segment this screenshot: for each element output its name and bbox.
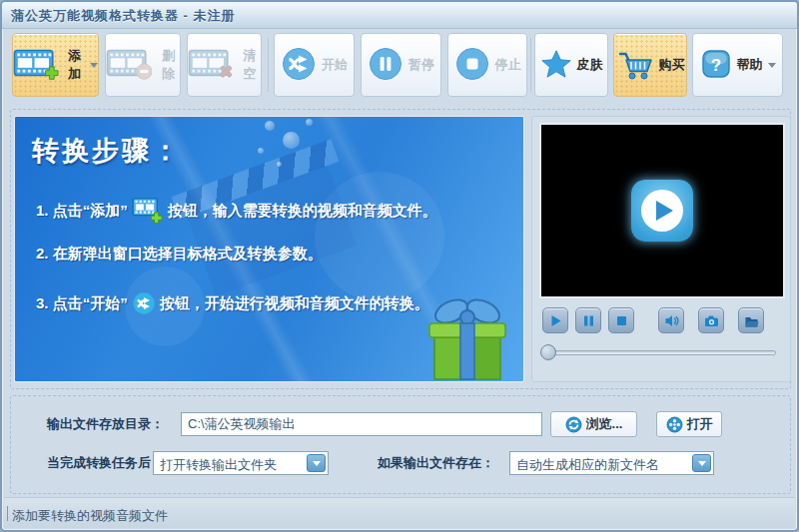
output-dir-label: 输出文件存放目录：	[47, 411, 164, 437]
pause-icon	[368, 46, 403, 85]
toolbar-separator	[268, 38, 269, 92]
after-task-label: 当完成转换任务后：	[47, 450, 164, 476]
start-button[interactable]: 开始	[274, 33, 355, 97]
stop-button-label: 停止	[495, 56, 521, 74]
pause-button[interactable]: 暂停	[361, 33, 441, 97]
if-exists-value: 自动生成相应的新文件名	[516, 456, 659, 474]
instructions-panel: 转换步骤： 1. 点击“添加” 按钮，输入需要转换的视频和音频文件。 2. 在新…	[14, 116, 524, 382]
video-preview-screen	[539, 123, 785, 298]
camera-icon	[704, 313, 719, 328]
skin-button-label: 皮肤	[577, 56, 603, 74]
pause-icon	[581, 313, 596, 328]
convert-start-icon	[132, 291, 156, 315]
preview-panel	[531, 116, 791, 382]
toolbar-separator	[530, 38, 531, 92]
bubble-decoration	[258, 148, 264, 154]
pause-button-label: 暂停	[408, 56, 434, 74]
speaker-icon	[664, 313, 679, 328]
film-reel-icon	[666, 416, 683, 433]
output-settings-group: 输出文件存放目录： 浏览... 打开 当完成转换任务后： 打开转换输出文	[10, 395, 791, 494]
add-button-label: 添加	[64, 47, 85, 83]
bubble-decoration	[306, 119, 313, 126]
chevron-down-icon	[90, 63, 98, 72]
if-exists-dropdown[interactable]: 自动生成相应的新文件名	[509, 451, 714, 475]
instruction-step-1: 1. 点击“添加” 按钮，输入需要转换的视频和音频文件。	[36, 197, 437, 225]
player-pause-button[interactable]	[575, 307, 601, 333]
chevron-down-button[interactable]	[307, 454, 326, 472]
player-snapshot-button[interactable]	[698, 307, 724, 333]
step-2-text: 2. 在新弹出窗口选择目标格式及转换参数。	[36, 245, 323, 264]
add-button[interactable]: 添加	[12, 33, 99, 97]
chevron-down-icon	[768, 63, 776, 72]
status-text: 添加要转换的视频音频文件	[12, 507, 168, 525]
svg-text:?: ?	[710, 56, 720, 75]
bubble-decoration	[283, 132, 300, 149]
start-button-label: 开始	[322, 56, 348, 74]
title-bar: 蒲公英万能视频格式转换器 - 未注册	[2, 2, 797, 29]
instructions-heading: 转换步骤：	[32, 133, 182, 169]
film-x-icon	[188, 47, 234, 84]
play-icon	[656, 201, 673, 221]
film-minus-icon	[106, 47, 152, 84]
help-button-label: 帮助	[737, 56, 763, 74]
stop-icon	[614, 313, 629, 328]
slider-knob[interactable]	[540, 344, 556, 360]
play-icon	[548, 313, 563, 328]
step-1-text: 1. 点击“添加”	[36, 202, 128, 221]
app-window: 蒲公英万能视频格式转换器 - 未注册 添加	[0, 0, 799, 532]
buy-button[interactable]: 购买	[613, 33, 687, 97]
film-plus-icon	[132, 197, 164, 225]
open-button[interactable]: 打开	[656, 411, 722, 437]
browse-button[interactable]: 浏览...	[550, 411, 637, 437]
stop-icon	[454, 46, 490, 85]
step-3-text: 按钮，开始进行视频和音频文件的转换。	[160, 294, 429, 313]
buy-button-label: 购买	[659, 56, 685, 74]
open-button-label: 打开	[687, 415, 713, 433]
browse-icon	[565, 416, 582, 433]
gift-box-graphic	[417, 293, 517, 382]
instruction-step-3: 3. 点击“开始” 按钮，开始进行视频和音频文件的转换。	[36, 291, 429, 315]
browse-button-label: 浏览...	[586, 415, 623, 433]
question-icon: ?	[700, 48, 732, 83]
glow-decoration	[315, 172, 444, 301]
status-bar: 添加要转换的视频音频文件	[4, 497, 795, 528]
player-folder-button[interactable]	[738, 307, 764, 333]
bubble-decoration	[265, 121, 275, 131]
bubble-decoration	[277, 162, 282, 167]
if-exists-label: 如果输出文件存在：	[378, 450, 494, 476]
play-overlay-button[interactable]	[631, 180, 693, 242]
star-icon	[540, 48, 572, 83]
cart-icon	[616, 47, 654, 84]
chevron-down-button[interactable]	[692, 454, 711, 472]
step-1-text: 按钮，输入需要转换的视频和音频文件。	[168, 202, 437, 221]
player-stop-button[interactable]	[608, 307, 634, 333]
folder-icon	[744, 313, 759, 328]
output-dir-input[interactable]	[181, 412, 542, 436]
clear-button-label: 清空	[239, 47, 261, 83]
clear-button[interactable]: 清空	[187, 33, 262, 97]
window-title: 蒲公英万能视频格式转换器 - 未注册	[11, 7, 236, 25]
after-task-value: 打开转换输出文件夹	[160, 456, 277, 474]
status-separator	[7, 506, 8, 521]
after-task-dropdown[interactable]: 打开转换输出文件夹	[153, 451, 329, 475]
delete-button-label: 删除	[157, 47, 180, 83]
delete-button[interactable]: 删除	[105, 33, 181, 97]
chevron-down-icon	[313, 461, 321, 470]
instruction-step-2: 2. 在新弹出窗口选择目标格式及转换参数。	[36, 245, 323, 264]
step-3-text: 3. 点击“开始”	[36, 294, 128, 313]
film-plus-icon	[13, 47, 59, 84]
skin-button[interactable]: 皮肤	[534, 33, 608, 97]
help-button[interactable]: ? 帮助	[692, 33, 783, 97]
stop-button[interactable]: 停止	[447, 33, 527, 97]
player-play-button[interactable]	[542, 307, 568, 333]
player-volume-button[interactable]	[658, 307, 684, 333]
seek-slider[interactable]	[546, 350, 776, 355]
convert-start-icon	[281, 46, 317, 85]
chevron-down-icon	[698, 461, 706, 470]
